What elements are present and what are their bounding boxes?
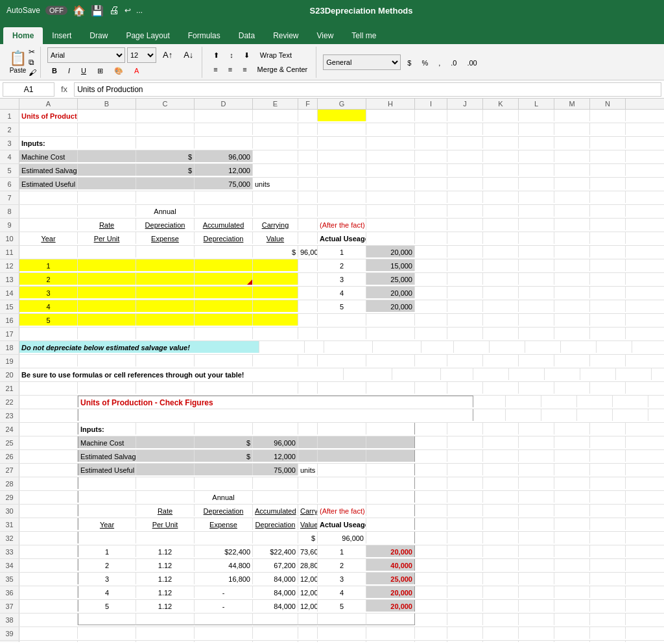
cell-C8[interactable]: Annual: [136, 205, 195, 217]
cell-J5[interactable]: [447, 164, 483, 176]
cell-E12[interactable]: [253, 259, 298, 271]
cell-A14[interactable]: 3: [19, 287, 78, 298]
col-header-M[interactable]: M: [554, 99, 590, 109]
cell-F1[interactable]: [298, 110, 318, 121]
cell-B22-check-figures-title[interactable]: Units of Production - Check Figures: [78, 396, 473, 407]
cell-L3[interactable]: [519, 137, 554, 149]
cell-K23[interactable]: [541, 409, 577, 421]
cell-B21[interactable]: [78, 382, 136, 394]
cell-E5[interactable]: [253, 164, 298, 176]
cell-J25[interactable]: [447, 436, 483, 448]
cell-J24[interactable]: [447, 423, 483, 435]
cell-N6[interactable]: [590, 178, 626, 189]
cell-N9[interactable]: [590, 219, 626, 230]
cell-I34[interactable]: [415, 559, 447, 571]
cell-M15[interactable]: [554, 300, 590, 312]
col-header-B[interactable]: B: [78, 99, 136, 109]
cell-L24[interactable]: [519, 423, 554, 435]
cell-C25[interactable]: [136, 436, 195, 448]
cell-F21[interactable]: [298, 382, 318, 394]
cell-B12[interactable]: [78, 259, 136, 271]
cell-F35[interactable]: 12,000: [298, 573, 318, 584]
cell-D33[interactable]: $22,400: [195, 545, 253, 557]
cell-A35[interactable]: [19, 573, 78, 584]
cell-K6[interactable]: [483, 178, 519, 189]
cell-F39[interactable]: [298, 627, 318, 639]
cell-I12[interactable]: [415, 259, 447, 271]
cell-E13[interactable]: [253, 273, 298, 285]
cell-C2[interactable]: [136, 123, 195, 135]
cell-D24[interactable]: [195, 423, 253, 435]
cell-K8[interactable]: [483, 205, 519, 217]
cell-M14[interactable]: [554, 287, 590, 298]
cell-L26[interactable]: [519, 450, 554, 462]
cell-I2[interactable]: [415, 123, 447, 135]
cell-M20[interactable]: [580, 368, 616, 380]
cell-G32[interactable]: 96,000: [318, 532, 366, 543]
cell-D26[interactable]: $: [195, 450, 253, 462]
cell-N37[interactable]: [590, 600, 626, 612]
cell-G2[interactable]: [318, 123, 366, 135]
font-selector[interactable]: Arial: [47, 47, 125, 63]
cell-A3[interactable]: Inputs:: [19, 137, 78, 149]
cell-F33[interactable]: 73,600: [298, 545, 318, 557]
cell-E38[interactable]: [253, 614, 298, 625]
cell-F13[interactable]: [298, 273, 318, 285]
col-header-I[interactable]: I: [415, 99, 447, 109]
cell-H14[interactable]: 20,000: [366, 287, 415, 298]
cell-H24[interactable]: [366, 423, 415, 435]
cell-B16[interactable]: [78, 314, 136, 326]
cell-H30[interactable]: [366, 505, 415, 516]
cell-E24[interactable]: [253, 423, 298, 435]
increase-decimal-button[interactable]: .00: [462, 57, 481, 69]
cell-C13[interactable]: [136, 273, 195, 285]
cell-H17[interactable]: [366, 328, 415, 339]
cut-icon[interactable]: ✂: [29, 47, 36, 56]
dollar-button[interactable]: $: [403, 57, 416, 69]
cell-N10[interactable]: [590, 232, 626, 244]
cell-D14[interactable]: [195, 287, 253, 298]
cell-B15[interactable]: [78, 300, 136, 312]
cell-K12[interactable]: [483, 259, 519, 271]
cell-C37[interactable]: 1.12: [136, 600, 195, 612]
cell-G21[interactable]: [318, 382, 366, 394]
cell-H40[interactable]: [366, 641, 415, 642]
cell-F6[interactable]: [298, 178, 318, 189]
cell-I16[interactable]: [415, 314, 447, 326]
cell-G29[interactable]: [318, 491, 366, 503]
cell-E37[interactable]: 84,000: [253, 600, 298, 612]
cell-L7[interactable]: [519, 191, 554, 203]
cell-J8[interactable]: [447, 205, 483, 217]
cell-M11[interactable]: [554, 246, 590, 257]
cell-D13[interactable]: [195, 273, 253, 285]
cell-C16[interactable]: [136, 314, 195, 326]
cell-K18[interactable]: [490, 341, 525, 353]
cell-M31[interactable]: [554, 518, 590, 530]
cell-J32[interactable]: [447, 532, 483, 543]
cell-K17[interactable]: [483, 328, 519, 339]
cell-C39[interactable]: [136, 627, 195, 639]
italic-button[interactable]: I: [64, 65, 75, 77]
cell-B37[interactable]: 5: [78, 600, 136, 612]
cell-A37[interactable]: [19, 600, 78, 612]
cell-G10[interactable]: Actual Useage: [318, 232, 366, 244]
cell-B11[interactable]: [78, 246, 136, 257]
cell-C7[interactable]: [136, 191, 195, 203]
cell-C14[interactable]: [136, 287, 195, 298]
cell-D4[interactable]: 96,000: [195, 150, 253, 162]
cell-F40[interactable]: [298, 641, 318, 642]
cell-B32[interactable]: [78, 532, 136, 543]
cell-C33[interactable]: 1.12: [136, 545, 195, 557]
cell-N19[interactable]: [590, 355, 626, 366]
tab-tell-me[interactable]: Tell me: [342, 27, 385, 44]
cell-N15[interactable]: [590, 300, 626, 312]
cell-E21[interactable]: [253, 382, 298, 394]
cell-F26[interactable]: [298, 450, 318, 462]
home-icon[interactable]: 🏠: [73, 5, 86, 17]
cell-I31[interactable]: [415, 518, 447, 530]
cell-I18[interactable]: [421, 341, 454, 353]
cell-N13[interactable]: [590, 273, 626, 285]
cell-C29[interactable]: [136, 491, 195, 503]
cell-J7[interactable]: [447, 191, 483, 203]
cell-E26[interactable]: 12,000: [253, 450, 298, 462]
